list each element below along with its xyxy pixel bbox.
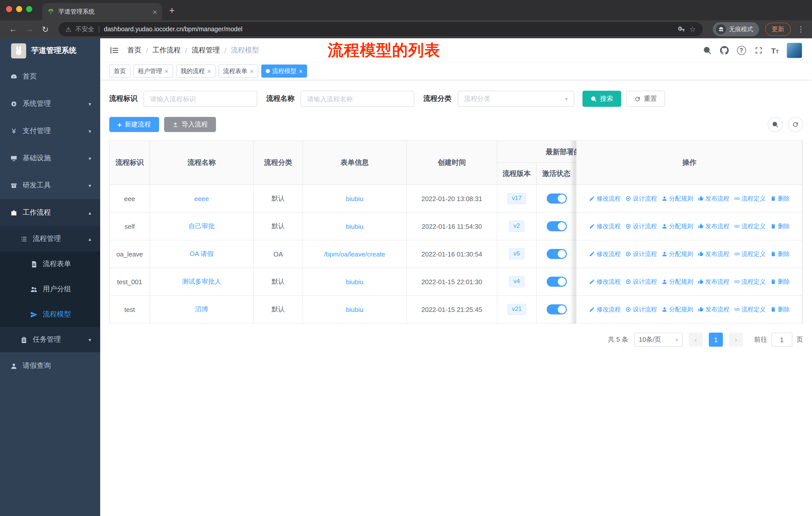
close-window-button[interactable]: [6, 6, 12, 12]
op-process-definition[interactable]: 流程定义: [734, 194, 766, 203]
op-delete[interactable]: 删除: [770, 277, 790, 286]
process-name-link[interactable]: 滔博: [195, 305, 208, 314]
active-toggle[interactable]: [547, 304, 567, 315]
op-assign-rules[interactable]: 分配规则: [662, 250, 693, 258]
update-button[interactable]: 更新: [765, 23, 791, 36]
op-delete[interactable]: 删除: [770, 194, 790, 203]
incognito-badge[interactable]: 无痕模式: [713, 22, 759, 36]
category-select[interactable]: 流程分类 ▾: [458, 91, 574, 107]
op-modify-process[interactable]: 修改流程: [589, 250, 621, 258]
help-icon[interactable]: ?: [737, 46, 746, 55]
form-info-link[interactable]: biubiu: [346, 306, 363, 313]
font-size-icon[interactable]: TT: [771, 46, 779, 55]
op-assign-rules[interactable]: 分配规则: [662, 305, 693, 314]
form-info-link[interactable]: biubiu: [346, 278, 363, 286]
tag-tenant-mgmt[interactable]: 租户管理×: [134, 64, 173, 78]
bookmark-star-icon[interactable]: ☆: [689, 25, 696, 33]
collapse-sidebar-icon[interactable]: [109, 45, 119, 55]
sidebar-item-system[interactable]: 系统管理 ▾: [0, 90, 100, 117]
reload-icon[interactable]: ↻: [38, 22, 52, 36]
op-assign-rules[interactable]: 分配规则: [662, 277, 693, 286]
op-process-definition[interactable]: 流程定义: [734, 277, 766, 286]
active-toggle[interactable]: [547, 277, 567, 287]
op-modify-process[interactable]: 修改流程: [589, 222, 621, 230]
user-avatar[interactable]: [787, 43, 802, 58]
browser-menu-icon[interactable]: ⋮: [796, 25, 806, 34]
process-name-link[interactable]: OA 请假: [190, 249, 213, 259]
minimize-window-button[interactable]: [16, 6, 22, 12]
create-process-button[interactable]: + 新建流程: [109, 117, 159, 132]
refresh-table-button[interactable]: [788, 117, 803, 132]
process-name-input[interactable]: [300, 91, 414, 107]
op-publish-process[interactable]: 发布流程: [698, 194, 729, 203]
form-info-link[interactable]: biubiu: [346, 195, 363, 202]
tag-process-form[interactable]: 流程表单×: [219, 64, 258, 78]
op-design-process[interactable]: 设计流程: [625, 305, 657, 314]
op-design-process[interactable]: 设计流程: [625, 250, 657, 258]
active-toggle[interactable]: [547, 221, 567, 231]
new-tab-button[interactable]: +: [169, 5, 175, 16]
sidebar-item-leave-query[interactable]: 请假查询: [0, 352, 100, 379]
zoom-window-button[interactable]: [26, 6, 32, 12]
page-number-button[interactable]: 1: [709, 332, 723, 347]
sidebar-item-process-form[interactable]: 流程表单: [0, 251, 100, 277]
op-delete[interactable]: 删除: [770, 305, 790, 314]
breadcrumb-item[interactable]: 工作流程: [152, 46, 181, 55]
form-info-link[interactable]: biubiu: [346, 222, 363, 230]
forward-icon[interactable]: →: [22, 22, 36, 36]
close-icon[interactable]: ×: [250, 67, 254, 75]
search-button[interactable]: 搜索: [582, 91, 621, 107]
breadcrumb-item[interactable]: 首页: [127, 46, 141, 55]
goto-page-input[interactable]: [771, 332, 792, 347]
form-info-link[interactable]: /bpm/oa/leave/create: [324, 250, 385, 258]
process-name-link[interactable]: 测试多审批人: [182, 277, 221, 286]
sidebar-item-process-model[interactable]: 流程模型: [0, 302, 100, 327]
back-icon[interactable]: ←: [6, 22, 20, 36]
op-modify-process[interactable]: 修改流程: [589, 194, 621, 203]
sidebar-item-payment[interactable]: ¥ 支付管理 ▾: [0, 117, 100, 145]
reset-button[interactable]: 重置: [626, 91, 665, 107]
address-bar[interactable]: ⚠ 不安全 | dashboard.yudao.iocoder.cn/bpm/m…: [58, 22, 703, 36]
active-toggle[interactable]: [547, 193, 567, 203]
breadcrumb-item[interactable]: 流程管理: [192, 46, 220, 55]
page-size-select[interactable]: 10条/页 ▾: [634, 332, 683, 347]
process-key-input[interactable]: [143, 91, 257, 107]
hide-search-button[interactable]: [768, 117, 783, 132]
op-assign-rules[interactable]: 分配规则: [662, 194, 693, 203]
op-design-process[interactable]: 设计流程: [625, 277, 657, 286]
process-name-link[interactable]: 自己审批: [188, 222, 215, 231]
op-process-definition[interactable]: 流程定义: [734, 222, 766, 230]
sidebar-item-task-mgmt[interactable]: 任务管理 ▾: [0, 327, 100, 352]
op-modify-process[interactable]: 修改流程: [589, 305, 621, 314]
op-publish-process[interactable]: 发布流程: [698, 250, 729, 258]
close-icon[interactable]: ×: [207, 67, 211, 75]
import-process-button[interactable]: 导入流程: [164, 117, 216, 132]
process-name-link[interactable]: eeee: [194, 195, 209, 202]
op-modify-process[interactable]: 修改流程: [589, 277, 621, 286]
op-publish-process[interactable]: 发布流程: [698, 222, 729, 230]
sidebar-item-infrastructure[interactable]: 基础设施 ▾: [0, 145, 100, 172]
sidebar-item-devtools[interactable]: 研发工具 ▾: [0, 172, 100, 199]
active-toggle[interactable]: [547, 249, 567, 259]
password-key-icon[interactable]: [678, 25, 686, 33]
sidebar-item-workflow[interactable]: 工作流程 ▴: [0, 199, 100, 226]
tag-process-model[interactable]: 流程模型×: [261, 64, 307, 78]
op-assign-rules[interactable]: 分配规则: [662, 222, 693, 230]
next-page-button[interactable]: ›: [729, 332, 743, 347]
op-design-process[interactable]: 设计流程: [625, 222, 657, 230]
op-process-definition[interactable]: 流程定义: [734, 250, 766, 258]
sidebar-item-process-mgmt[interactable]: 流程管理 ▴: [0, 226, 100, 251]
close-tab-icon[interactable]: ×: [152, 7, 157, 16]
op-delete[interactable]: 删除: [770, 250, 790, 258]
op-process-definition[interactable]: 流程定义: [734, 305, 766, 314]
tag-home[interactable]: 首页: [109, 64, 130, 78]
tag-my-process[interactable]: 我的流程×: [176, 64, 215, 78]
browser-tab[interactable]: 芋道管理系统 ×: [42, 3, 162, 20]
close-icon[interactable]: ×: [165, 67, 168, 75]
sidebar-item-user-group[interactable]: 用户分组: [0, 277, 100, 302]
op-publish-process[interactable]: 发布流程: [698, 277, 729, 286]
op-design-process[interactable]: 设计流程: [625, 194, 657, 203]
fullscreen-icon[interactable]: [754, 46, 763, 55]
prev-page-button[interactable]: ‹: [689, 332, 703, 347]
op-delete[interactable]: 删除: [770, 222, 790, 230]
